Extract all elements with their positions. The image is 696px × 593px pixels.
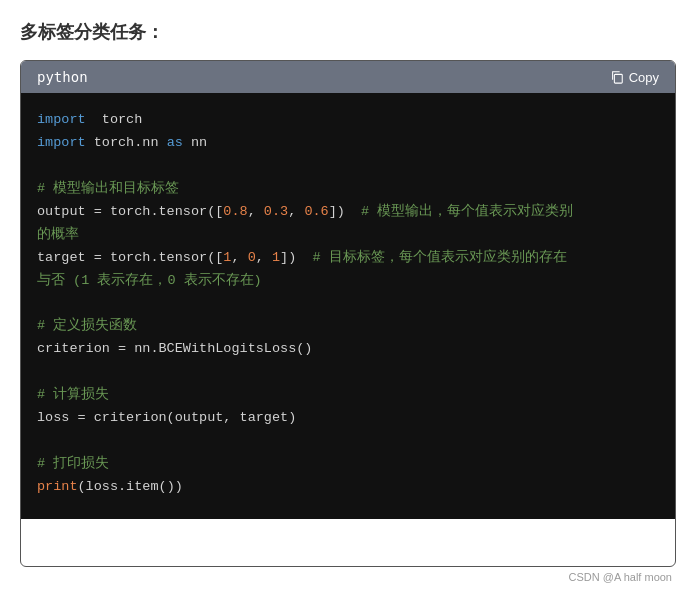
copy-label: Copy [629, 70, 659, 85]
copy-icon [610, 70, 624, 84]
code-container: python Copy import torch import torch.nn… [20, 60, 676, 567]
code-body: import torch import torch.nn as nn # 模型输… [21, 93, 675, 519]
code-line-14: # 打印损失 [37, 453, 659, 476]
code-line-1: import torch [37, 109, 659, 132]
code-line-7 [37, 293, 659, 316]
svg-rect-0 [614, 74, 622, 83]
code-line-5b: 的概率 [37, 224, 659, 247]
code-line-11: # 计算损失 [37, 384, 659, 407]
copy-button[interactable]: Copy [610, 70, 659, 85]
code-line-6: target = torch.tensor([1, 0, 1]) # 目标标签，… [37, 247, 659, 270]
code-line-2: import torch.nn as nn [37, 132, 659, 155]
watermark: CSDN @A half moon [20, 571, 676, 583]
code-line-12: loss = criterion(output, target) [37, 407, 659, 430]
code-line-9: criterion = nn.BCEWithLogitsLoss() [37, 338, 659, 361]
code-line-5: output = torch.tensor([0.8, 0.3, 0.6]) #… [37, 201, 659, 224]
code-line-6b: 与否 (1 表示存在，0 表示不存在) [37, 270, 659, 293]
page-title: 多标签分类任务： [20, 20, 676, 44]
code-line-10 [37, 361, 659, 384]
code-line-4: # 模型输出和目标标签 [37, 178, 659, 201]
code-line-8: # 定义损失函数 [37, 315, 659, 338]
code-language: python [37, 69, 88, 85]
code-line-15: print(loss.item()) [37, 476, 659, 499]
code-line-3 [37, 155, 659, 178]
code-header: python Copy [21, 61, 675, 93]
code-line-13 [37, 430, 659, 453]
